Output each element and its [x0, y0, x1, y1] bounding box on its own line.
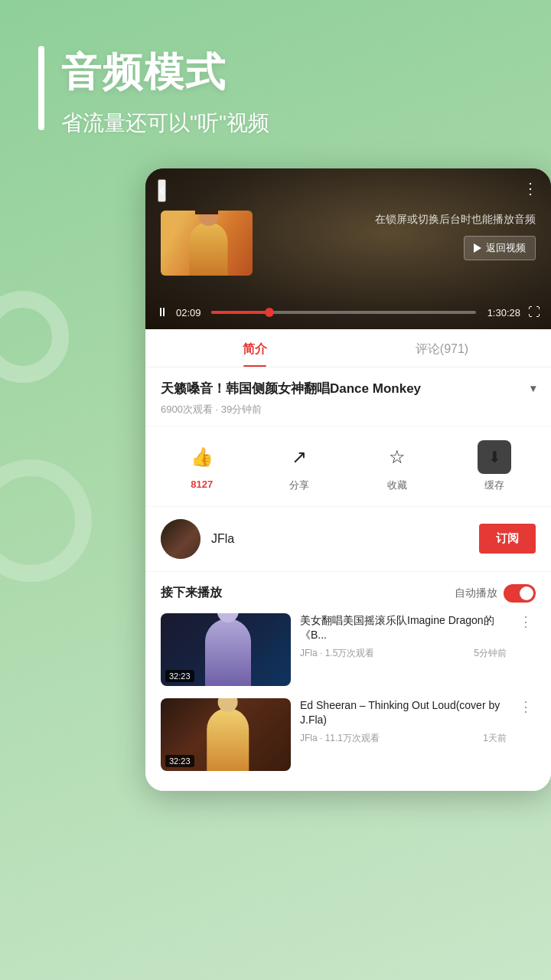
tabs-bar: 简介 评论(971) [145, 329, 551, 368]
phone-card: ‹ ⋮ 在锁屏或切换后台时也能播放音频 返回视频 ⏸ 02:09 [145, 168, 551, 791]
action-row: 👍 8127 ↗ 分享 ☆ 收藏 ⬇ 缓存 [145, 426, 551, 507]
progress-area: ⏸ 02:09 1:30:28 ⛶ [145, 296, 551, 329]
more-options-2[interactable]: ⋮ [516, 698, 536, 715]
header-title: 音频模式 [61, 46, 551, 100]
play-icon [474, 243, 481, 253]
list-item[interactable]: 32:23 Ed Sheeran – Thinking Out Loud(cov… [161, 698, 536, 771]
video-item-meta-1: JFla · 1.5万次观看 5分钟前 [300, 647, 507, 660]
duration-badge-1: 32:23 [165, 670, 194, 682]
channel-row: JFla 订阅 [145, 507, 551, 572]
toggle-dot [520, 586, 533, 600]
save-button[interactable]: ⬇ 缓存 [478, 440, 511, 492]
pause-button[interactable]: ⏸ [156, 305, 168, 319]
like-count: 8127 [191, 479, 213, 490]
autoplay-toggle[interactable] [504, 584, 536, 603]
video-meta: 6900次观看 · 39分钟前 [161, 403, 536, 416]
save-icon: ⬇ [478, 440, 511, 474]
progress-fill [211, 311, 269, 314]
like-button[interactable]: 👍 8127 [185, 440, 219, 492]
more-button[interactable]: ⋮ [523, 179, 539, 198]
video-item-title-1: 美女翻唱美国摇滚乐队Imagine Dragon的《B... [300, 613, 507, 643]
video-item-info-2: Ed Sheeran – Thinking Out Loud(cover by … [300, 698, 507, 745]
tab-intro[interactable]: 简介 [161, 329, 348, 367]
video-info: 天籁嗓音！韩国侧颜女神翻唱Dance Monkey ▾ 6900次观看 · 39… [145, 368, 551, 426]
subscribe-button[interactable]: 订阅 [479, 524, 536, 554]
up-next-header: 接下来播放 自动播放 [161, 584, 536, 603]
video-player: ‹ ⋮ 在锁屏或切换后台时也能播放音频 返回视频 ⏸ 02:09 [145, 168, 551, 329]
share-label: 分享 [289, 479, 309, 492]
total-time: 1:30:28 [484, 307, 520, 318]
content-area: 简介 评论(971) 天籁嗓音！韩国侧颜女神翻唱Dance Monkey ▾ 6… [145, 329, 551, 791]
save-label: 缓存 [484, 479, 504, 492]
video-thumb-2: 32:23 [161, 698, 291, 771]
video-item-meta-2: JFla · 11.1万次观看 1天前 [300, 732, 507, 745]
header-accent-line [38, 46, 44, 130]
tab-comments[interactable]: 评论(971) [348, 329, 536, 367]
autoplay-label: 自动播放 [455, 586, 497, 600]
avatar-image [161, 519, 201, 559]
progress-bar[interactable] [211, 311, 476, 314]
header-subtitle: 省流量还可以"听"视频 [61, 109, 551, 138]
share-icon: ↗ [282, 440, 316, 474]
progress-dot [265, 308, 274, 317]
header-area: 音频模式 省流量还可以"听"视频 [0, 0, 551, 161]
up-next-title: 接下来播放 [161, 585, 222, 601]
video-thumb-1: 32:23 [161, 613, 291, 686]
video-title-row: 天籁嗓音！韩国侧颜女神翻唱Dance Monkey ▾ [161, 380, 536, 398]
thumbnail-image [161, 211, 253, 276]
video-item-title-2: Ed Sheeran – Thinking Out Loud(cover by … [300, 698, 507, 728]
up-next-section: 接下来播放 自动播放 32:23 美女翻唱美国摇滚乐队Imagine [145, 572, 551, 791]
audio-mode-text: 在锁屏或切换后台时也能播放音频 [375, 213, 536, 227]
favorite-label: 收藏 [387, 479, 407, 492]
list-item[interactable]: 32:23 美女翻唱美国摇滚乐队Imagine Dragon的《B... JFl… [161, 613, 536, 686]
video-thumbnail [161, 211, 253, 276]
more-options-1[interactable]: ⋮ [516, 613, 536, 630]
return-video-button[interactable]: 返回视频 [464, 236, 536, 260]
favorite-button[interactable]: ☆ 收藏 [380, 440, 414, 492]
channel-name[interactable]: JFla [211, 532, 468, 546]
like-icon: 👍 [185, 440, 219, 474]
channel-avatar[interactable] [161, 519, 201, 559]
autoplay-row: 自动播放 [455, 584, 536, 603]
dropdown-arrow-icon[interactable]: ▾ [530, 382, 536, 394]
current-time: 02:09 [176, 307, 204, 318]
duration-badge-2: 32:23 [165, 755, 194, 767]
back-button[interactable]: ‹ [158, 179, 166, 202]
favorite-icon: ☆ [380, 440, 414, 474]
share-button[interactable]: ↗ 分享 [282, 440, 316, 492]
fullscreen-button[interactable]: ⛶ [528, 305, 540, 319]
video-item-info-1: 美女翻唱美国摇滚乐队Imagine Dragon的《B... JFla · 1.… [300, 613, 507, 660]
